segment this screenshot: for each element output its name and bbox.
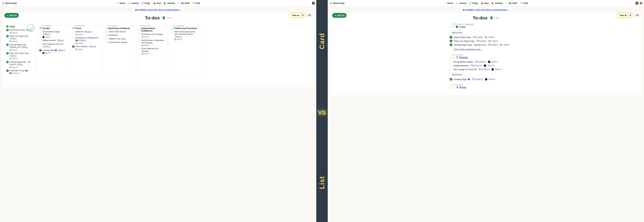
drag-handle-icon[interactable]: ⋮⋮: [450, 56, 454, 59]
todo-item[interactable]: ✓Press Release Feb 24Kelly B.: [72, 45, 100, 50]
view-as-button[interactable]: View as… ⇅: [290, 13, 306, 17]
brand-logo[interactable]: Basecamp: [330, 2, 344, 4]
checkbox[interactable]: [138, 33, 140, 35]
nav-pings[interactable]: Pings: [469, 2, 478, 4]
checkbox[interactable]: [171, 31, 174, 33]
card-title[interactable]: Press: [72, 27, 100, 29]
todo-item[interactable]: ✓Entry Form Page Copy Feb 3Kelly B.: [6, 52, 34, 60]
checkbox[interactable]: [39, 43, 42, 45]
more-actions-button[interactable]: •••: [635, 13, 640, 17]
todo-item[interactable]: Prize Fulfillment (US Sweeps)Kelly B.: [138, 47, 166, 55]
todo-card[interactable]: 0/4 completedMarketing CollateralTikTok …: [104, 23, 134, 76]
todo-item[interactable]: Write email sequence for new subscriber …: [171, 30, 199, 40]
card-title[interactable]: Design: [39, 27, 67, 29]
list-title-link[interactable]: Design: [459, 56, 468, 59]
card-title[interactable]: Marketing Collateral: [105, 27, 133, 29]
checkbox[interactable]: [450, 60, 452, 63]
checkbox[interactable]: [138, 47, 140, 50]
breadcrumb-link[interactable]: JLMDMJ: Send Your Boss to Hell Sweeps…: [138, 8, 181, 11]
checkbox[interactable]: [72, 31, 74, 33]
brand-logo[interactable]: Basecamp: [2, 2, 17, 4]
nav-mystuff[interactable]: My Stuff: [506, 2, 517, 4]
todo-item[interactable]: Distribution of PR/Media Kit 2 Feb 27Kel…: [72, 37, 100, 44]
checkbox[interactable]: ✓: [6, 52, 8, 54]
todo-item[interactable]: Hero Image for Press Kit Feb 17: [39, 43, 67, 48]
card-title[interactable]: Follow-Up Promotion: [171, 27, 199, 29]
nav-hey[interactable]: Hey!: [481, 2, 489, 4]
nav-lineup[interactable]: Lineup: [128, 2, 138, 4]
todo-item[interactable]: ⋮⋮Social Media ImagesFri, Feb 17Glenn P.: [450, 60, 522, 63]
todo-item[interactable]: Display Banners Feb 17: [39, 39, 67, 42]
drag-handle-icon[interactable]: ⋮⋮: [447, 40, 450, 42]
todo-card[interactable]: 1/3 completedPressMedia Kit Feb 24Kelly …: [71, 23, 102, 76]
todo-card[interactable]: 0/1 completedFollow-Up PromotionWrite em…: [170, 23, 200, 76]
user-avatar[interactable]: [640, 2, 642, 5]
checkbox[interactable]: [72, 37, 74, 39]
todo-item[interactable]: Media Kit Feb 24Kelly B.: [72, 30, 100, 36]
todo-item[interactable]: ✓Landing Page 4 Feb 17Glenn P.: [39, 49, 67, 54]
checkbox[interactable]: [39, 39, 42, 41]
show-more-link[interactable]: And 3 more completed to-dos…: [454, 48, 482, 50]
drag-handle-icon[interactable]: ⋮⋮: [447, 61, 450, 63]
todo-item[interactable]: Twitter/LI Post Copy: [105, 38, 133, 40]
checkbox[interactable]: ✓: [72, 45, 74, 48]
checkbox[interactable]: ✓: [450, 43, 452, 46]
card-title[interactable]: Sweepstakes Fulfillment: [138, 27, 166, 32]
add-todo-button[interactable]: Add a to-do: [450, 30, 464, 35]
todo-item[interactable]: ⋮⋮✓Social Share CopyFri, Feb 3Kelly B.: [450, 36, 522, 38]
checkbox[interactable]: ✓: [6, 29, 8, 31]
archive-list-link[interactable]: Archive list: [465, 23, 474, 25]
todo-item[interactable]: ⋮⋮✓Landing Page4Fri, Feb 17Glenn P.: [450, 78, 522, 80]
todo-item[interactable]: ✓Landing Page Copy - Sweeps Live Feb 3Ke…: [6, 43, 34, 51]
drag-handle-icon[interactable]: ⋮⋮: [450, 25, 454, 28]
todo-item[interactable]: Email Blast: [105, 34, 133, 36]
list-title-link[interactable]: Press: [459, 86, 466, 89]
checkbox[interactable]: [450, 64, 452, 67]
drag-handle-icon[interactable]: ⋮⋮: [447, 68, 450, 70]
todo-card[interactable]: 0/3 completedSweepstakes FulfillmentPick…: [136, 23, 168, 76]
todo-item[interactable]: Pick Winner (US Sweeps)Kelly B.: [138, 33, 166, 38]
checkbox[interactable]: ✓: [450, 40, 452, 42]
todo-item[interactable]: ⋮⋮✓Thank You Page CopyFri, Feb 3Kelly B.: [450, 40, 522, 42]
checkbox[interactable]: [105, 38, 108, 40]
nav-lineup[interactable]: Lineup: [456, 2, 466, 4]
nav-mystuff[interactable]: My Stuff: [178, 2, 189, 4]
todo-item[interactable]: ✓Email Opt-In Copy 2Rolando R.: [6, 69, 34, 74]
nav-activity[interactable]: Activity: [492, 2, 502, 4]
checkbox[interactable]: ✓: [39, 49, 42, 51]
more-actions-button[interactable]: •••: [308, 13, 312, 17]
nav-home[interactable]: Home: [444, 2, 453, 4]
nav-home[interactable]: Home: [116, 2, 125, 4]
todo-card[interactable]: ALL DONE!Copy✓Social Share Copy Feb 3Kel…: [5, 23, 36, 76]
nav-hey[interactable]: Hey!: [153, 2, 161, 4]
checkbox[interactable]: ✓: [6, 69, 8, 72]
todo-item[interactable]: Social Media Images Feb 17Glenn P.: [39, 30, 67, 38]
drag-handle-icon[interactable]: ⋮⋮: [450, 86, 454, 89]
drag-handle-icon[interactable]: ⋮⋮: [447, 78, 450, 80]
todo-item[interactable]: ⋮⋮Display BannersFri, Feb 17Glenn P.: [450, 64, 522, 67]
checkbox[interactable]: [105, 41, 108, 43]
nav-activity[interactable]: Activity: [164, 2, 175, 4]
todo-item[interactable]: Verify Winner & Paperwork (US Sweeps)Kel…: [138, 39, 166, 46]
checkbox[interactable]: [105, 31, 108, 33]
checkbox[interactable]: [105, 34, 108, 36]
drag-handle-icon[interactable]: ⋮⋮: [447, 44, 450, 46]
nav-find[interactable]: Find: [520, 2, 528, 4]
todo-item[interactable]: ⋮⋮Hero Image for Press KitFri, Feb 17Gle…: [450, 68, 522, 71]
nav-pings[interactable]: Pings: [142, 2, 150, 4]
list-title-link[interactable]: Copy: [459, 25, 466, 28]
drag-handle-icon[interactable]: ⋮⋮: [447, 65, 450, 66]
checkbox[interactable]: [39, 31, 42, 33]
drag-handle-icon[interactable]: ⋮⋮: [447, 36, 450, 38]
notification-badge[interactable]: 🔔: [636, 2, 638, 4]
view-as-button[interactable]: View as… ⇅: [618, 13, 634, 17]
checkbox[interactable]: ✓: [450, 36, 452, 38]
notification-badge[interactable]: 🔔: [312, 2, 315, 4]
checkbox[interactable]: ✓: [6, 61, 8, 63]
checkbox[interactable]: ✓: [6, 35, 8, 37]
breadcrumb-link[interactable]: JLMDMJ: Send Your Boss to Hell Sweeps…: [466, 8, 509, 11]
nav-find[interactable]: Find: [192, 2, 200, 4]
todo-item[interactable]: YouTube 6sec bumper: [105, 41, 133, 43]
checkbox[interactable]: ✓: [6, 44, 8, 46]
checkbox[interactable]: [138, 39, 140, 41]
